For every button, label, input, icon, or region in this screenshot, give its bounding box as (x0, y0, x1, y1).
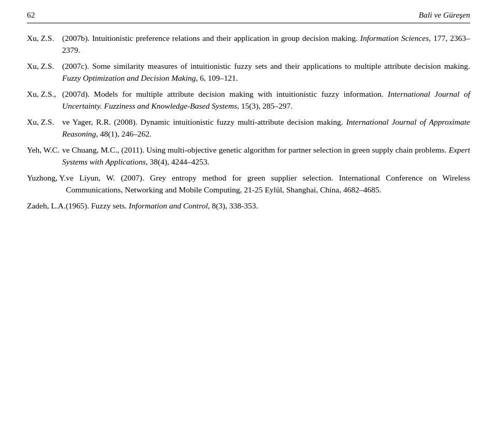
ref-entry: Xu, Z.S. (2007c). Some similarity measur… (27, 61, 470, 84)
page-number: 62 (27, 9, 35, 21)
ref-entry: Xu, Z.S., (2007d). Models for multiple a… (27, 88, 470, 112)
journal-title: Bali ve Güreşen (419, 9, 470, 21)
ref-entry: Xu, Z.S. ve Yager, R.R. (2008). Dynamic … (27, 116, 470, 140)
ref-text: ve Liyun, W. (2007). Grey entropy method… (66, 172, 470, 196)
ref-label: Xu, Z.S. (27, 116, 62, 128)
page-header: 62 Bali ve Güreşen (27, 9, 470, 23)
ref-text: (2007b). Intuitionistic preference relat… (62, 33, 470, 56)
ref-label: Xu, Z.S., (27, 88, 62, 100)
ref-label: Xu, Z.S. (27, 61, 62, 72)
ref-label: Yuzhong, Y. (27, 172, 66, 184)
references-list: Xu, Z.S. (2007b). Intuitionistic prefere… (27, 33, 470, 212)
ref-text: (2007d). Models for multiple attribute d… (62, 88, 470, 112)
ref-entry: Zadeh, L.A. (1965). Fuzzy sets. Informat… (27, 200, 470, 212)
ref-text: ve Chuang, M.C., (2011). Using multi-obj… (62, 144, 470, 168)
ref-label: Yeh, W.C. (27, 144, 62, 156)
ref-text: ve Yager, R.R. (2008). Dynamic intuition… (62, 116, 470, 140)
ref-text: (2007c). Some similarity measures of int… (62, 61, 470, 84)
page: 62 Bali ve Güreşen Xu, Z.S. (2007b). Int… (0, 0, 497, 448)
ref-label: Zadeh, L.A. (27, 200, 66, 212)
ref-entry: Yeh, W.C. ve Chuang, M.C., (2011). Using… (27, 144, 470, 168)
ref-label: Xu, Z.S. (27, 33, 62, 44)
ref-entry: Xu, Z.S. (2007b). Intuitionistic prefere… (27, 33, 470, 56)
ref-text: (1965). Fuzzy sets. Information and Cont… (66, 200, 470, 212)
ref-entry: Yuzhong, Y. ve Liyun, W. (2007). Grey en… (27, 172, 470, 196)
